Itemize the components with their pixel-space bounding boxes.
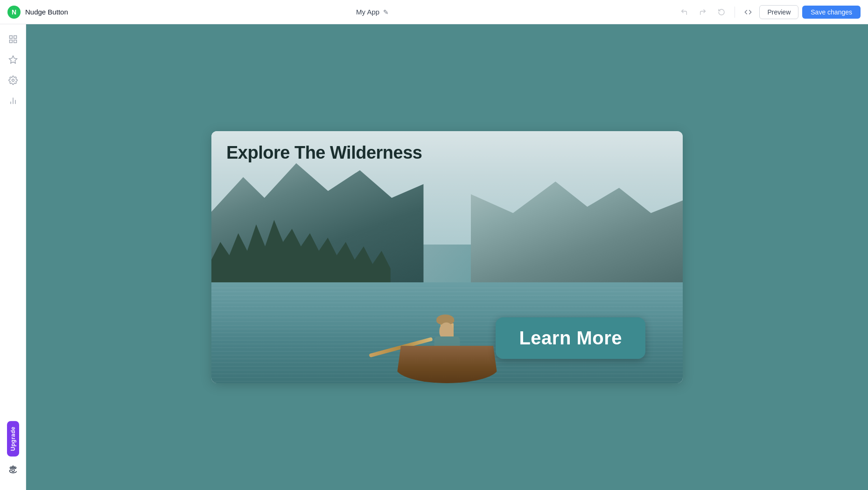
- preview-button[interactable]: Preview: [759, 5, 798, 19]
- redo-button[interactable]: [695, 5, 710, 20]
- header: N Nudge Button My App ✎ Preview Save cha…: [0, 0, 868, 24]
- svg-rect-1: [14, 36, 16, 39]
- sidebar-item-pin[interactable]: [4, 50, 22, 69]
- sidebar-item-grid[interactable]: [4, 30, 22, 49]
- sidebar-bottom: Upgrade: [4, 421, 22, 484]
- svg-point-8: [10, 467, 12, 469]
- header-center: My App ✎: [356, 8, 389, 16]
- revert-button[interactable]: [714, 5, 729, 20]
- body: Upgrade: [0, 24, 868, 490]
- svg-point-10: [14, 467, 16, 469]
- header-left: N Nudge Button: [7, 6, 68, 19]
- upgrade-button[interactable]: Upgrade: [7, 421, 19, 456]
- undo-button[interactable]: [677, 5, 692, 20]
- svg-rect-2: [9, 40, 12, 43]
- preview-card: Explore The Wilderness Learn More: [211, 131, 683, 383]
- project-name: My App: [356, 8, 379, 16]
- header-separator: [735, 7, 735, 18]
- card-image: Explore The Wilderness Learn More: [211, 131, 683, 383]
- svg-point-4: [12, 79, 14, 82]
- code-button[interactable]: [741, 5, 756, 20]
- sidebar-item-settings[interactable]: [4, 71, 22, 90]
- sidebar: Upgrade: [0, 24, 26, 490]
- save-button[interactable]: Save changes: [802, 6, 861, 19]
- header-right: Preview Save changes: [677, 5, 861, 20]
- app-logo: N: [7, 6, 21, 19]
- boat-body: [396, 346, 498, 383]
- svg-rect-0: [9, 36, 12, 39]
- main-canvas: Explore The Wilderness Learn More: [26, 24, 868, 490]
- edit-project-icon[interactable]: ✎: [383, 8, 389, 16]
- learn-more-button[interactable]: Learn More: [496, 317, 645, 359]
- app-name: Nudge Button: [25, 8, 68, 16]
- card-title: Explore The Wilderness: [226, 142, 422, 164]
- svg-point-9: [12, 466, 14, 468]
- paw-icon: [4, 460, 22, 479]
- sidebar-item-chart[interactable]: [4, 91, 22, 110]
- svg-rect-3: [14, 40, 16, 43]
